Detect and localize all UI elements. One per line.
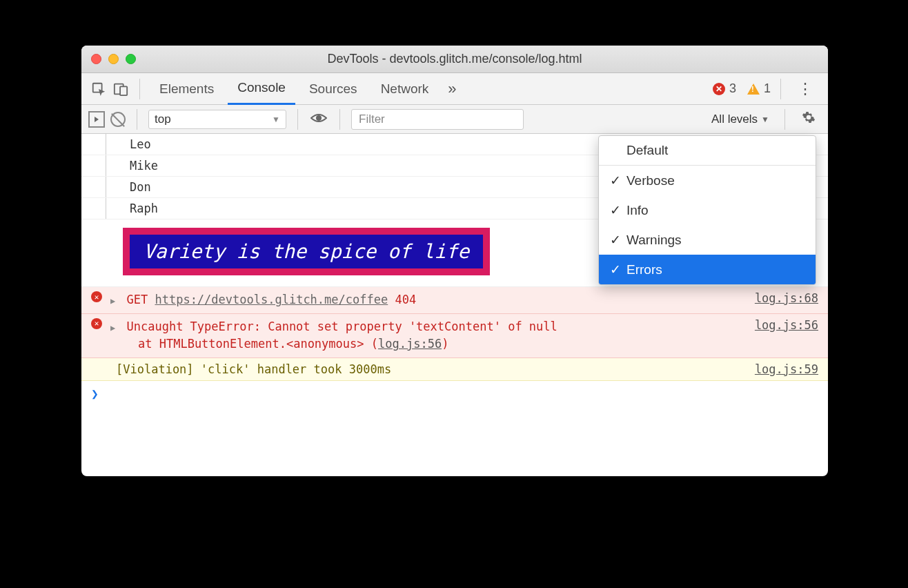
window-title: DevTools - devtools.glitch.me/console/lo… [81,52,828,66]
separator [297,109,298,130]
separator [339,109,340,130]
error-icon: ✕ [91,291,102,302]
panel-tabs-bar: Elements Console Sources Network » ✕ 3 1… [81,73,828,105]
traffic-lights [81,54,136,64]
http-status: 404 [395,293,416,306]
live-expression-button[interactable] [309,111,328,127]
console-settings-button[interactable] [796,110,821,128]
source-link[interactable]: log.js:68 [755,291,818,309]
svg-rect-2 [120,86,127,95]
zoom-window-button[interactable] [126,54,136,64]
levels-menu-warnings[interactable]: ✓ Warnings [599,225,816,255]
warning-count: 1 [764,81,771,96]
toggle-sidebar-button[interactable] [88,111,105,128]
console-toolbar: top ▼ All levels ▼ [81,105,828,134]
source-link[interactable]: log.js:56 [755,318,818,353]
titlebar: DevTools - devtools.glitch.me/console/lo… [81,46,828,73]
device-toggle-icon[interactable] [112,80,130,98]
error-row[interactable]: ✕ ▶ GET https://devtools.glitch.me/coffe… [81,287,828,314]
warning-badge-icon [747,84,760,95]
clear-console-button[interactable] [110,112,126,127]
error-count: 3 [729,81,736,96]
separator [139,79,140,99]
check-icon: ✓ [610,173,626,188]
styled-log-text: Variety is the spice of life [130,235,483,268]
error-row[interactable]: ✕ ▶ Uncaught TypeError: Cannot set prope… [81,314,828,358]
tab-network[interactable]: Network [371,73,439,105]
menu-label: Warnings [626,233,682,248]
levels-menu-errors[interactable]: ✓ Errors [599,255,816,284]
minimize-window-button[interactable] [108,54,119,64]
styled-log-box: Variety is the spice of life [123,228,490,275]
execution-context-select[interactable]: top ▼ [148,110,286,129]
http-method: GET [126,293,148,306]
expand-triangle-icon[interactable]: ▶ [110,322,115,334]
inspect-element-icon[interactable] [90,80,108,98]
stack-frame: at HTMLButtonElement.<anonymous> (log.js… [110,337,448,351]
close-window-button[interactable] [91,54,101,64]
levels-menu-default[interactable]: Default [599,136,816,165]
violation-text: [Violation] 'click' handler took 3000ms [116,362,391,376]
levels-menu-info[interactable]: ✓ Info [599,195,816,225]
tab-elements[interactable]: Elements [150,73,224,105]
more-options-button[interactable]: ⋮ [791,80,820,98]
levels-menu-verbose[interactable]: ✓ Verbose [599,166,816,195]
log-levels-menu: Default ✓ Verbose ✓ Info ✓ Warnings ✓ Er… [598,135,816,285]
filter-input[interactable] [351,109,524,130]
error-icon: ✕ [91,318,102,329]
menu-label: Verbose [626,173,675,188]
chevron-down-icon: ▼ [272,115,280,124]
error-badge-icon: ✕ [713,83,725,95]
more-tabs-button[interactable]: » [442,80,462,98]
context-label: top [155,112,171,126]
tab-console[interactable]: Console [228,73,295,105]
log-levels-dropdown[interactable]: All levels ▼ [707,112,773,126]
check-icon: ✓ [610,232,626,248]
separator [784,109,785,130]
tab-sources[interactable]: Sources [299,73,367,105]
separator [780,79,781,99]
menu-label: Default [626,143,668,158]
issue-badges[interactable]: ✕ 3 1 [713,81,771,96]
separator [137,109,137,130]
error-message: Uncaught TypeError: Cannot set property … [126,320,557,333]
levels-label: All levels [711,112,758,126]
svg-point-3 [317,116,321,120]
menu-label: Errors [626,262,662,277]
console-prompt[interactable]: ❯ [81,381,828,406]
menu-label: Info [626,203,649,218]
expand-triangle-icon[interactable]: ▶ [110,295,115,307]
violation-row[interactable]: [Violation] 'click' handler took 3000ms … [81,358,828,381]
devtools-window: DevTools - devtools.glitch.me/console/lo… [81,46,828,476]
check-icon: ✓ [610,262,626,277]
chevron-down-icon: ▼ [761,115,769,124]
stack-source-link[interactable]: log.js:56 [378,337,442,351]
source-link[interactable]: log.js:59 [755,362,818,376]
request-url[interactable]: https://devtools.glitch.me/coffee [155,293,388,306]
check-icon: ✓ [610,202,626,218]
prompt-chevron-icon: ❯ [91,386,99,401]
